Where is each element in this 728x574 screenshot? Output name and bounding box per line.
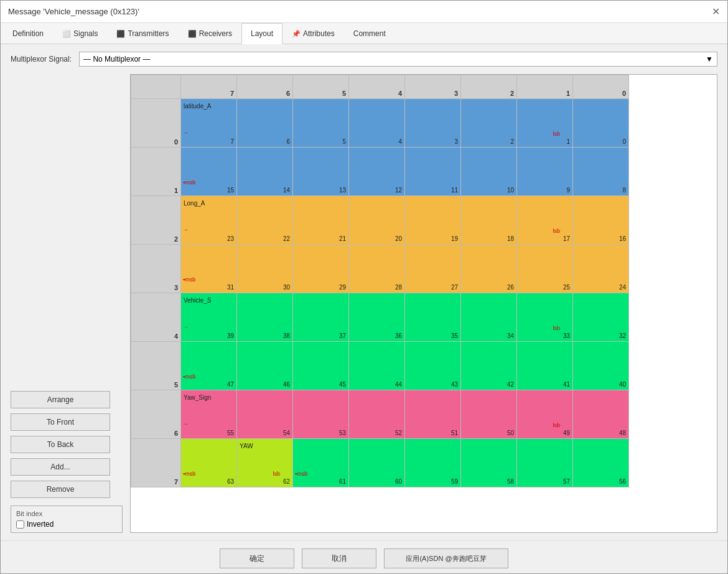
table-cell[interactable]: 53 [293, 390, 349, 439]
table-cell[interactable]: 27 [405, 245, 461, 293]
bit-number: 51 [451, 430, 458, 436]
table-cell[interactable]: 8 [573, 148, 629, 196]
table-cell[interactable]: 5 [293, 99, 349, 148]
table-cell[interactable]: 34 [461, 293, 517, 342]
close-button[interactable]: ✕ [712, 6, 720, 17]
table-cell[interactable]: 29 [293, 245, 349, 293]
table-cell[interactable]: Vehicle_S→39 [181, 293, 237, 342]
grid-container: 7 6 5 4 3 2 1 0 0latitude_A→765432lsb101… [130, 74, 717, 533]
table-cell[interactable]: lsb17 [517, 196, 573, 245]
table-cell[interactable]: 51 [405, 390, 461, 439]
add-button[interactable]: Add... [11, 458, 110, 476]
remove-button[interactable]: Remove [11, 481, 110, 498]
tab-layout[interactable]: Layout [241, 23, 282, 44]
table-cell[interactable]: 20 [349, 196, 405, 245]
table-cell[interactable]: 11 [405, 148, 461, 196]
arrange-button[interactable]: Arrange [11, 391, 110, 408]
table-cell[interactable]: ▪msb63 [181, 439, 237, 487]
inverted-checkbox[interactable] [16, 520, 24, 529]
table-cell[interactable]: lsb33 [517, 293, 573, 342]
table-cell[interactable]: 42 [461, 342, 517, 390]
table-cell[interactable]: YAWlsb62 [237, 439, 293, 487]
table-cell[interactable]: 37 [293, 293, 349, 342]
table-cell[interactable]: 13 [293, 148, 349, 196]
table-cell[interactable]: latitude_A→7 [181, 99, 237, 148]
table-cell[interactable]: lsb49 [517, 390, 573, 439]
table-cell[interactable]: 50 [461, 390, 517, 439]
table-cell[interactable]: 16 [573, 196, 629, 245]
table-cell[interactable]: 14 [237, 148, 293, 196]
table-cell[interactable]: 3 [405, 99, 461, 148]
table-cell[interactable]: 6 [237, 99, 293, 148]
table-cell[interactable]: 59 [405, 439, 461, 487]
to-back-button[interactable]: To Back [11, 436, 110, 453]
bit-number: 17 [563, 235, 570, 242]
table-cell[interactable]: ▪msb15 [181, 148, 237, 196]
tab-signals[interactable]: ⬜ Signals [53, 23, 107, 44]
tab-definition[interactable]: Definition [3, 23, 53, 44]
bit-number: 31 [227, 284, 234, 291]
table-cell[interactable]: 60 [349, 439, 405, 487]
table-cell[interactable]: 46 [237, 342, 293, 390]
table-cell[interactable]: 4 [349, 99, 405, 148]
bit-index-title: Bit index [16, 510, 117, 517]
tab-attributes-label: Attributes [303, 29, 335, 38]
bit-number: 23 [227, 235, 234, 242]
table-cell[interactable]: 54 [237, 390, 293, 439]
table-cell[interactable]: 9 [517, 148, 573, 196]
bit-number: 28 [395, 284, 402, 291]
bit-number: 50 [507, 430, 514, 436]
row-header-2: 2 [131, 196, 181, 245]
table-cell[interactable]: 52 [349, 390, 405, 439]
confirm-button[interactable]: 确定 [220, 548, 294, 568]
cancel-button[interactable]: 取消 [302, 548, 376, 568]
table-cell[interactable]: Yaw_Sign→55 [181, 390, 237, 439]
table-cell[interactable]: 36 [349, 293, 405, 342]
tab-transmitters[interactable]: ⬛ Transmitters [107, 23, 178, 44]
table-cell[interactable]: 58 [461, 439, 517, 487]
col-header-6: 6 [237, 75, 293, 99]
bit-number: 53 [339, 430, 346, 436]
table-cell[interactable]: 22 [237, 196, 293, 245]
table-cell[interactable]: 12 [349, 148, 405, 196]
table-cell[interactable]: lsb1 [517, 99, 573, 148]
table-cell[interactable]: 19 [405, 196, 461, 245]
tab-comment[interactable]: Comment [344, 23, 395, 44]
table-cell[interactable]: 40 [573, 342, 629, 390]
apply-button[interactable]: 应用(A)SDN @奔跑吧豆芽 [384, 548, 508, 568]
table-cell[interactable]: 21 [293, 196, 349, 245]
table-cell[interactable]: 41 [517, 342, 573, 390]
table-cell[interactable]: 26 [461, 245, 517, 293]
table-cell[interactable]: 28 [349, 245, 405, 293]
table-cell[interactable]: 0 [573, 99, 629, 148]
to-front-button[interactable]: To Front [11, 413, 110, 431]
table-cell[interactable]: 38 [237, 293, 293, 342]
table-cell[interactable]: 2 [461, 99, 517, 148]
multiplexor-select[interactable]: — No Multiplexor — ▼ [79, 52, 717, 67]
bit-number: 61 [339, 478, 346, 485]
bit-number: 8 [622, 187, 626, 194]
table-cell[interactable]: 48 [573, 390, 629, 439]
table-cell[interactable]: 43 [405, 342, 461, 390]
table-cell[interactable]: 35 [405, 293, 461, 342]
table-cell[interactable]: 24 [573, 245, 629, 293]
bit-number: 15 [227, 187, 234, 194]
table-cell[interactable]: Long_A→23 [181, 196, 237, 245]
table-cell[interactable]: ▪msb61 [293, 439, 349, 487]
table-cell[interactable]: 57 [517, 439, 573, 487]
table-cell[interactable]: 32 [573, 293, 629, 342]
multiplexor-label: Multiplexor Signal: [11, 55, 72, 64]
table-cell[interactable]: ▪msb47 [181, 342, 237, 390]
bit-number: 41 [563, 381, 570, 388]
table-cell[interactable]: 18 [461, 196, 517, 245]
table-cell[interactable]: 45 [293, 342, 349, 390]
table-cell[interactable]: 25 [517, 245, 573, 293]
bit-number: 32 [619, 332, 626, 339]
tab-attributes[interactable]: 📌 Attributes [282, 23, 344, 44]
table-cell[interactable]: 44 [349, 342, 405, 390]
tab-receivers[interactable]: ⬛ Receivers [179, 23, 241, 44]
table-cell[interactable]: 56 [573, 439, 629, 487]
table-cell[interactable]: ▪msb31 [181, 245, 237, 293]
table-cell[interactable]: 30 [237, 245, 293, 293]
table-cell[interactable]: 10 [461, 148, 517, 196]
